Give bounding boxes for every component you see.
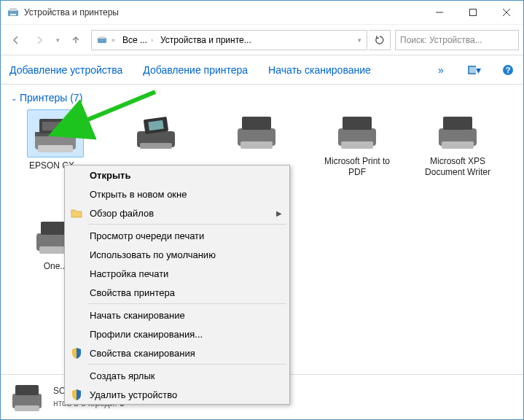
minimize-button[interactable]: [423, 1, 456, 25]
device-item[interactable]: Microsoft Print to PDF: [317, 109, 397, 178]
ctx-create-shortcut[interactable]: Создать ярлык: [65, 366, 289, 385]
ctx-open[interactable]: Открыть: [65, 166, 289, 184]
svg-rect-27: [341, 141, 373, 149]
titlebar: Устройства и принтеры: [1, 1, 523, 25]
up-button[interactable]: [65, 30, 87, 50]
search-input[interactable]: Поиск: Устройства...: [395, 30, 519, 50]
fax-icon: [130, 109, 182, 153]
default-check-icon: ✓: [74, 109, 85, 121]
window-title: Устройства и принтеры: [24, 7, 119, 18]
device-label: Microsoft Print to PDF: [317, 156, 397, 178]
submenu-arrow-icon: ▶: [276, 209, 282, 217]
device-label: Microsoft XPS Document Writer: [418, 156, 498, 178]
folder-icon: [70, 206, 83, 219]
ctx-open-new-window[interactable]: Открыть в новом окне: [65, 184, 289, 203]
ctx-scan-props[interactable]: Свойства сканирования: [65, 343, 289, 362]
svg-rect-1: [9, 8, 17, 11]
help-button[interactable]: ?: [501, 63, 515, 77]
svg-rect-23: [242, 117, 271, 130]
ctx-separator: [88, 364, 286, 365]
ctx-browse-files[interactable]: Обзор файлов ▶: [65, 203, 289, 222]
svg-rect-26: [343, 117, 372, 130]
svg-rect-21: [140, 143, 172, 149]
breadcrumb-seg1[interactable]: Все ...›: [120, 35, 157, 45]
group-header-printers[interactable]: ⌄ Принтеры (7): [11, 92, 513, 104]
context-menu: Открыть Открыть в новом окне Обзор файло…: [64, 165, 290, 405]
history-dropdown[interactable]: ▾: [52, 30, 63, 50]
chevron-right-icon: «: [110, 36, 117, 44]
svg-rect-10: [469, 67, 476, 73]
svg-rect-37: [15, 405, 39, 411]
svg-rect-8: [99, 36, 105, 39]
svg-rect-24: [241, 141, 273, 149]
view-options-button[interactable]: ▾: [468, 63, 481, 77]
ctx-remove-device[interactable]: Удалить устройство: [65, 385, 289, 404]
group-label: Принтеры (7): [20, 92, 82, 104]
toolbar-more-icon[interactable]: »: [434, 63, 447, 77]
svg-text:?: ?: [506, 66, 511, 74]
shield-icon: [70, 346, 83, 359]
shield-icon: [70, 388, 83, 401]
ctx-print-settings[interactable]: Настройка печати: [65, 264, 289, 283]
address-bar[interactable]: « Все ...› Устройства и принте... ▾: [91, 30, 367, 50]
svg-rect-2: [10, 14, 16, 15]
svg-rect-7: [98, 38, 106, 43]
svg-rect-36: [15, 385, 39, 395]
printer-icon: [8, 381, 46, 414]
device-item[interactable]: Microsoft XPS Document Writer: [418, 109, 498, 178]
start-scan-button[interactable]: Начать сканирование: [268, 64, 371, 76]
printer-icon: [431, 109, 484, 153]
devices-small-icon: [96, 34, 108, 46]
svg-rect-30: [442, 141, 474, 149]
ctx-use-default[interactable]: Использовать по умолчанию: [65, 245, 289, 264]
breadcrumb-seg2[interactable]: Устройства и принте...: [157, 35, 254, 45]
svg-rect-4: [470, 9, 477, 16]
window: Устройства и принтеры ▾ « Все ...› Устро…: [0, 0, 524, 420]
chevron-down-icon: ⌄: [11, 94, 17, 102]
ctx-separator: [88, 224, 286, 225]
ctx-start-scan[interactable]: Начать сканирование: [65, 306, 289, 324]
ctx-view-queue[interactable]: Просмотр очереди печати: [65, 226, 289, 245]
search-placeholder: Поиск: Устройства...: [400, 35, 482, 45]
printer-icon: [331, 109, 383, 153]
printer-icon: [230, 109, 283, 153]
chevron-right-icon: ›: [149, 36, 155, 44]
toolbar: Добавление устройства Добавление принтер…: [1, 55, 523, 85]
ctx-separator: [88, 303, 286, 304]
breadcrumb-root[interactable]: «: [93, 34, 120, 46]
back-button[interactable]: [5, 30, 27, 50]
navbar: ▾ « Все ...› Устройства и принте... ▾ По…: [1, 25, 523, 55]
forward-button[interactable]: [28, 30, 50, 50]
add-printer-button[interactable]: Добавление принтера: [143, 64, 248, 76]
refresh-button[interactable]: [369, 30, 391, 50]
svg-rect-16: [42, 122, 69, 131]
address-dropdown[interactable]: ▾: [353, 30, 365, 50]
maximize-button[interactable]: [456, 1, 490, 25]
svg-rect-29: [443, 117, 472, 130]
devices-icon: [7, 6, 20, 19]
svg-rect-17: [38, 145, 73, 152]
close-button[interactable]: [490, 1, 523, 25]
ctx-printer-props[interactable]: Свойства принтера: [65, 283, 289, 302]
ctx-scan-profiles[interactable]: Профили сканирования...: [65, 324, 289, 343]
add-device-button[interactable]: Добавление устройства: [9, 64, 122, 76]
